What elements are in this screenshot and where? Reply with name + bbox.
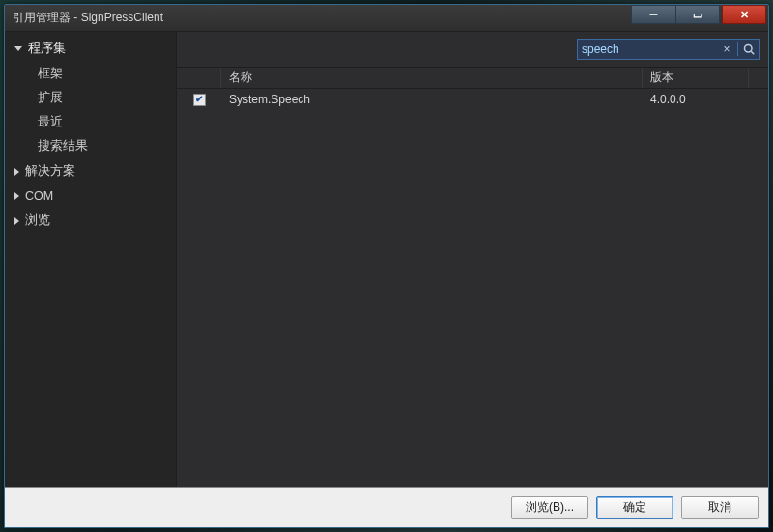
- svg-point-0: [745, 45, 753, 53]
- search-text: speech: [582, 42, 720, 56]
- column-name[interactable]: 名称: [221, 68, 643, 88]
- content-area: 程序集 框架 扩展 最近 搜索结果 解决方案 COM 浏览 spe: [5, 32, 768, 487]
- row-checkbox[interactable]: ✔: [193, 94, 206, 106]
- sidebar-group-label: 浏览: [25, 212, 50, 229]
- sidebar-group-assemblies[interactable]: 程序集: [5, 36, 176, 62]
- cancel-button[interactable]: 取消: [681, 496, 759, 519]
- close-icon: ✕: [740, 9, 749, 21]
- browse-button[interactable]: 浏览(B)...: [511, 496, 588, 519]
- dialog-footer: 浏览(B)... 确定 取消: [5, 487, 768, 527]
- chevron-right-icon: [14, 168, 19, 176]
- column-headers: 名称 版本: [177, 68, 768, 89]
- sidebar-item-search-results[interactable]: 搜索结果: [5, 134, 176, 158]
- minimize-button[interactable]: ─: [631, 5, 675, 24]
- sidebar-group-label: COM: [25, 189, 53, 203]
- sidebar: 程序集 框架 扩展 最近 搜索结果 解决方案 COM 浏览: [5, 32, 177, 487]
- sidebar-item-recent[interactable]: 最近: [5, 110, 176, 134]
- row-name: System.Speech: [221, 93, 643, 106]
- chevron-right-icon: [14, 217, 19, 225]
- maximize-button[interactable]: ▭: [675, 5, 720, 24]
- sidebar-item-framework[interactable]: 框架: [5, 62, 176, 86]
- sidebar-group-label: 程序集: [28, 41, 66, 57]
- reference-manager-window: 引用管理器 - SignPressClient ─ ▭ ✕ 程序集 框架 扩展 …: [4, 4, 769, 528]
- table-row[interactable]: ✔ System.Speech 4.0.0.0: [177, 89, 768, 110]
- close-button[interactable]: ✕: [722, 5, 766, 24]
- column-version[interactable]: 版本: [643, 68, 749, 88]
- sidebar-group-browse[interactable]: 浏览: [5, 208, 176, 234]
- search-input[interactable]: speech ×: [577, 39, 760, 60]
- column-checkbox[interactable]: [177, 68, 221, 88]
- row-version: 4.0.0.0: [643, 93, 749, 106]
- results-list: 名称 版本 ✔ System.Speech 4.0.0.0: [177, 67, 768, 487]
- sidebar-group-com[interactable]: COM: [5, 184, 176, 208]
- sidebar-group-label: 解决方案: [25, 163, 75, 180]
- divider: [737, 42, 738, 56]
- sidebar-group-solution[interactable]: 解决方案: [5, 158, 176, 184]
- chevron-down-icon: [14, 46, 22, 51]
- clear-search-icon[interactable]: ×: [720, 42, 733, 56]
- maximize-icon: ▭: [693, 9, 702, 21]
- search-icon[interactable]: [742, 42, 756, 56]
- chevron-right-icon: [14, 192, 19, 200]
- ok-button[interactable]: 确定: [596, 496, 673, 519]
- titlebar[interactable]: 引用管理器 - SignPressClient ─ ▭ ✕: [5, 5, 768, 32]
- minimize-icon: ─: [650, 9, 658, 20]
- sidebar-item-extensions[interactable]: 扩展: [5, 86, 176, 110]
- svg-line-1: [751, 51, 754, 54]
- list-panel: speech × 名称 版本: [177, 32, 768, 487]
